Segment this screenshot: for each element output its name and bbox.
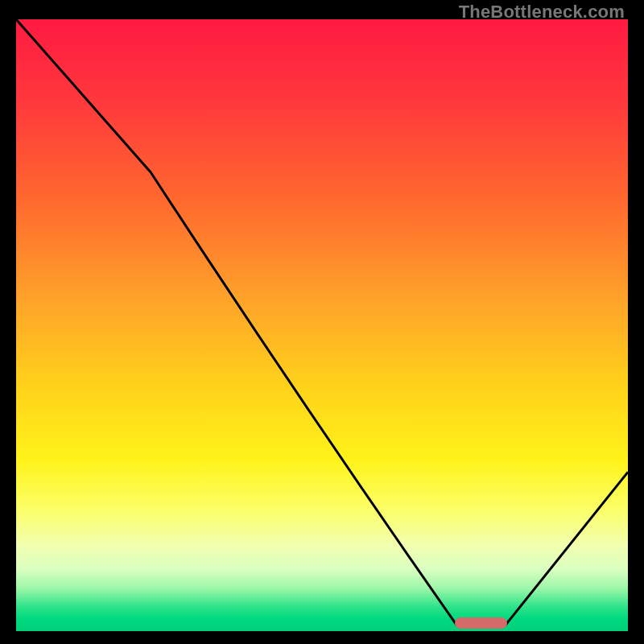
chart-frame: TheBottleneck.com — [0, 0, 644, 644]
bottleneck-curve-path — [16, 19, 628, 625]
curve-svg — [16, 19, 628, 631]
watermark-text: TheBottleneck.com — [459, 2, 625, 23]
plot-area — [16, 19, 628, 631]
optimal-range-marker — [455, 617, 507, 629]
